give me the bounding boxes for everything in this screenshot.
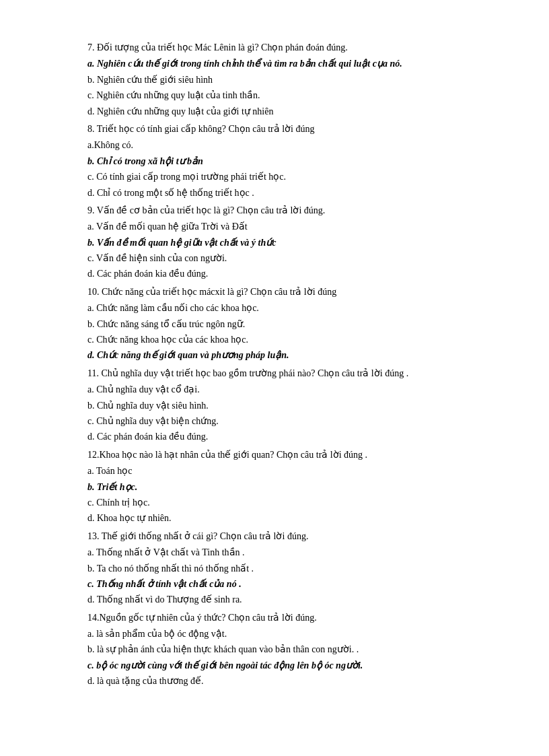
- answer-q10-b: b. Chức năng sáng tổ cấu trúc ngôn ngữ.: [87, 317, 482, 332]
- question-title-q14: 14.Nguồn gốc tự nhiên của ý thức? Chọn c…: [87, 611, 482, 625]
- answer-q14-b: b. là sự phản ánh của hiện thực khách qu…: [87, 642, 482, 657]
- question-q14: 14.Nguồn gốc tự nhiên của ý thức? Chọn c…: [87, 611, 482, 689]
- answer-q7-a: a. Nghiên cứu thế giới trong tính chỉnh …: [87, 57, 482, 71]
- answer-q13-b: b. Ta cho nó thống nhất thì nó thống nhấ…: [87, 561, 482, 576]
- answer-q12-b: b. Triết học.: [87, 480, 482, 495]
- answer-q7-b: b. Nghiên cứu thế giới siêu hình: [87, 73, 482, 88]
- answer-q13-d: d. Thống nhất vì do Thượng đế sinh ra.: [87, 592, 482, 607]
- answer-q9-b: b. Vấn đề mối quan hệ giữa vật chất và ý…: [87, 236, 482, 250]
- question-title-q13: 13. Thế giới thống nhất ở cái gì? Chọn c…: [87, 529, 482, 544]
- answer-q8-c: c. Có tính giai cấp trong mọi trường phá…: [87, 170, 482, 184]
- question-title-q8: 8. Triết học có tính giai cấp không? Chọ…: [87, 122, 482, 137]
- answer-q14-c: c. bộ óc người cùng với thế giới bên ngo…: [87, 658, 482, 673]
- answer-q12-a: a. Toán học: [87, 464, 482, 479]
- question-q8: 8. Triết học có tính giai cấp không? Chọ…: [87, 122, 482, 201]
- answer-q11-b: b. Chủ nghĩa duy vật siêu hình.: [87, 399, 482, 413]
- question-title-q12: 12.Khoa học nào là hạt nhân của thế giới…: [87, 448, 482, 462]
- answer-q13-c: c. Thống nhất ở tính vật chất của nó .: [87, 577, 482, 592]
- answer-q7-d: d. Nghiên cứu những quy luật của giới tự…: [87, 104, 482, 119]
- answer-q12-c: c. Chính trị học.: [87, 495, 482, 510]
- answer-q11-d: d. Các phán đoán kia đều đúng.: [87, 429, 482, 444]
- answer-q14-d: d. là quà tặng của thương đế.: [87, 674, 482, 689]
- question-title-q9: 9. Vấn đề cơ bản của triết học là gì? Ch…: [87, 203, 482, 218]
- answer-q10-c: c. Chức năng khoa học của các khoa học.: [87, 333, 482, 347]
- answer-q11-c: c. Chủ nghĩa duy vật biện chứng.: [87, 414, 482, 429]
- question-q11: 11. Chủ nghĩa duy vật triết học bao gồm …: [87, 366, 482, 445]
- question-title-q10: 10. Chức năng của triết học mácxit là gì…: [87, 285, 482, 300]
- answer-q7-c: c. Nghiên cứu những quy luật của tinh th…: [87, 88, 482, 103]
- answer-q8-d: d. Chỉ có trong một số hệ thống triết họ…: [87, 186, 482, 201]
- question-title-q7: 7. Đối tượng của triết học Mác Lênin là …: [87, 40, 482, 55]
- answer-q8-b: b. Chỉ có trong xã hội tư bản: [87, 154, 482, 169]
- answer-q13-a: a. Thống nhất ở Vật chất và Tinh thần .: [87, 545, 482, 560]
- question-q10: 10. Chức năng của triết học mácxit là gì…: [87, 285, 482, 364]
- answer-q9-c: c. Vấn đề hiện sinh của con người.: [87, 251, 482, 266]
- question-q13: 13. Thế giới thống nhất ở cái gì? Chọn c…: [87, 529, 482, 608]
- answer-q8-a: a.Không có.: [87, 138, 482, 153]
- question-title-q11: 11. Chủ nghĩa duy vật triết học bao gồm …: [87, 366, 482, 381]
- main-content: 7. Đối tượng của triết học Mác Lênin là …: [87, 40, 482, 689]
- answer-q12-d: d. Khoa học tự nhiên.: [87, 511, 482, 526]
- question-q9: 9. Vấn đề cơ bản của triết học là gì? Ch…: [87, 203, 482, 282]
- answer-q14-a: a. là sản phẩm của bộ óc động vật.: [87, 627, 482, 642]
- answer-q10-a: a. Chức năng làm cầu nối cho các khoa họ…: [87, 301, 482, 316]
- answer-q10-d: d. Chức năng thế giới quan và phương phá…: [87, 348, 482, 363]
- answer-q9-d: d. Các phán đoán kia đều đúng.: [87, 267, 482, 281]
- question-q7: 7. Đối tượng của triết học Mác Lênin là …: [87, 40, 482, 119]
- question-q12: 12.Khoa học nào là hạt nhân của thế giới…: [87, 448, 482, 526]
- answer-q11-a: a. Chủ nghĩa duy vật cổ đại.: [87, 382, 482, 397]
- answer-q9-a: a. Vấn đề mối quan hệ giữa Trời và Đất: [87, 219, 482, 234]
